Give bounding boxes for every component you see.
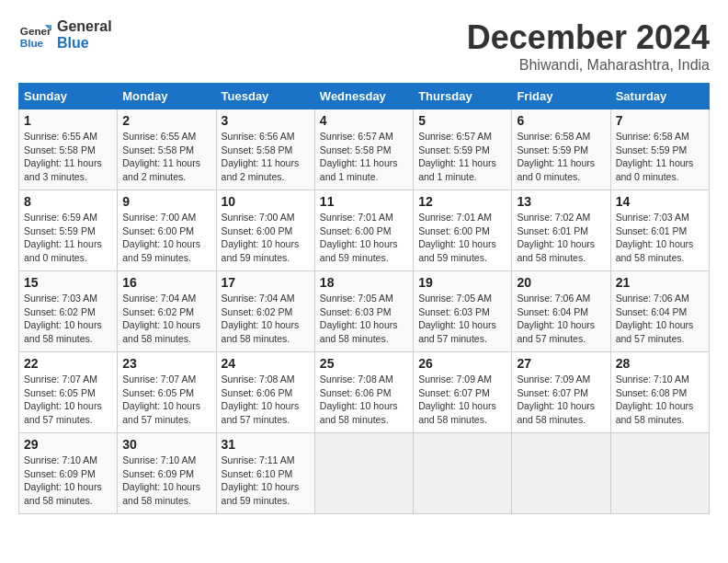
day-number: 1 (24, 113, 112, 128)
calendar-cell: 11Sunrise: 7:01 AMSunset: 6:00 PMDayligh… (314, 190, 413, 271)
calendar-week-5: 29Sunrise: 7:10 AMSunset: 6:09 PMDayligh… (19, 433, 710, 514)
day-info: Sunrise: 7:06 AMSunset: 6:04 PMDaylight:… (616, 292, 704, 346)
calendar-cell (512, 433, 610, 514)
day-info: Sunrise: 7:04 AMSunset: 6:02 PMDaylight:… (122, 292, 210, 346)
day-number: 14 (616, 194, 704, 209)
calendar-cell (314, 433, 413, 514)
calendar-cell: 31Sunrise: 7:11 AMSunset: 6:10 PMDayligh… (216, 433, 314, 514)
day-info: Sunrise: 7:10 AMSunset: 6:08 PMDaylight:… (616, 373, 704, 427)
day-number: 17 (222, 275, 310, 290)
weekday-header-row: SundayMondayTuesdayWednesdayThursdayFrid… (19, 84, 710, 109)
calendar-cell: 14Sunrise: 7:03 AMSunset: 6:01 PMDayligh… (610, 190, 709, 271)
day-info: Sunrise: 7:06 AMSunset: 6:04 PMDaylight:… (517, 292, 605, 346)
calendar-cell (414, 433, 512, 514)
weekday-header-thursday: Thursday (414, 84, 512, 109)
calendar-cell: 4Sunrise: 6:57 AMSunset: 5:58 PMDaylight… (314, 109, 413, 190)
calendar-cell: 15Sunrise: 7:03 AMSunset: 6:02 PMDayligh… (19, 271, 118, 352)
day-number: 6 (517, 113, 605, 128)
location: Bhiwandi, Maharashtra, India (467, 57, 710, 74)
day-info: Sunrise: 6:56 AMSunset: 5:58 PMDaylight:… (222, 130, 310, 184)
calendar-cell: 29Sunrise: 7:10 AMSunset: 6:09 PMDayligh… (19, 433, 118, 514)
weekday-header-saturday: Saturday (610, 84, 709, 109)
calendar-cell: 23Sunrise: 7:07 AMSunset: 6:05 PMDayligh… (118, 352, 216, 433)
day-number: 12 (418, 194, 506, 209)
day-number: 11 (320, 194, 408, 209)
day-info: Sunrise: 7:03 AMSunset: 6:02 PMDaylight:… (24, 292, 112, 346)
day-info: Sunrise: 7:10 AMSunset: 6:09 PMDaylight:… (24, 454, 112, 508)
day-info: Sunrise: 7:00 AMSunset: 6:00 PMDaylight:… (122, 211, 210, 265)
calendar-cell: 25Sunrise: 7:08 AMSunset: 6:06 PMDayligh… (314, 352, 413, 433)
day-number: 20 (517, 275, 605, 290)
day-number: 26 (418, 356, 506, 371)
calendar-cell: 19Sunrise: 7:05 AMSunset: 6:03 PMDayligh… (414, 271, 512, 352)
weekday-header-wednesday: Wednesday (314, 84, 413, 109)
day-info: Sunrise: 6:57 AMSunset: 5:59 PMDaylight:… (418, 130, 506, 184)
day-info: Sunrise: 7:07 AMSunset: 6:05 PMDaylight:… (122, 373, 210, 427)
day-info: Sunrise: 7:03 AMSunset: 6:01 PMDaylight:… (616, 211, 704, 265)
logo-icon: General Blue (18, 18, 51, 52)
day-number: 10 (222, 194, 310, 209)
day-number: 30 (122, 437, 210, 452)
logo: General Blue General Blue (18, 18, 112, 52)
calendar-cell: 2Sunrise: 6:55 AMSunset: 5:58 PMDaylight… (118, 109, 216, 190)
day-number: 31 (222, 437, 310, 452)
logo-text-general: General (57, 18, 112, 35)
day-info: Sunrise: 7:08 AMSunset: 6:06 PMDaylight:… (222, 373, 310, 427)
day-number: 15 (24, 275, 112, 290)
day-number: 7 (616, 113, 704, 128)
calendar-cell: 3Sunrise: 6:56 AMSunset: 5:58 PMDaylight… (216, 109, 314, 190)
day-info: Sunrise: 6:57 AMSunset: 5:58 PMDaylight:… (320, 130, 408, 184)
calendar-cell: 24Sunrise: 7:08 AMSunset: 6:06 PMDayligh… (216, 352, 314, 433)
day-info: Sunrise: 6:58 AMSunset: 5:59 PMDaylight:… (517, 130, 605, 184)
calendar-cell: 7Sunrise: 6:58 AMSunset: 5:59 PMDaylight… (610, 109, 709, 190)
calendar-cell: 5Sunrise: 6:57 AMSunset: 5:59 PMDaylight… (414, 109, 512, 190)
day-info: Sunrise: 7:01 AMSunset: 6:00 PMDaylight:… (418, 211, 506, 265)
weekday-header-friday: Friday (512, 84, 610, 109)
day-number: 13 (517, 194, 605, 209)
calendar-cell: 30Sunrise: 7:10 AMSunset: 6:09 PMDayligh… (118, 433, 216, 514)
calendar-cell: 9Sunrise: 7:00 AMSunset: 6:00 PMDaylight… (118, 190, 216, 271)
calendar-cell: 1Sunrise: 6:55 AMSunset: 5:58 PMDaylight… (19, 109, 118, 190)
day-number: 27 (517, 356, 605, 371)
title-section: December 2024 Bhiwandi, Maharashtra, Ind… (467, 18, 710, 74)
calendar-cell: 22Sunrise: 7:07 AMSunset: 6:05 PMDayligh… (19, 352, 118, 433)
day-number: 19 (418, 275, 506, 290)
day-info: Sunrise: 7:08 AMSunset: 6:06 PMDaylight:… (320, 373, 408, 427)
day-number: 23 (122, 356, 210, 371)
calendar-cell: 26Sunrise: 7:09 AMSunset: 6:07 PMDayligh… (414, 352, 512, 433)
calendar-cell: 13Sunrise: 7:02 AMSunset: 6:01 PMDayligh… (512, 190, 610, 271)
day-info: Sunrise: 7:07 AMSunset: 6:05 PMDaylight:… (24, 373, 112, 427)
day-number: 29 (24, 437, 112, 452)
day-number: 21 (616, 275, 704, 290)
day-number: 4 (320, 113, 408, 128)
weekday-header-sunday: Sunday (19, 84, 118, 109)
weekday-header-tuesday: Tuesday (216, 84, 314, 109)
calendar-cell: 16Sunrise: 7:04 AMSunset: 6:02 PMDayligh… (118, 271, 216, 352)
calendar-week-1: 1Sunrise: 6:55 AMSunset: 5:58 PMDaylight… (19, 109, 710, 190)
day-number: 24 (222, 356, 310, 371)
day-info: Sunrise: 6:55 AMSunset: 5:58 PMDaylight:… (122, 130, 210, 184)
day-number: 18 (320, 275, 408, 290)
calendar-table: SundayMondayTuesdayWednesdayThursdayFrid… (18, 83, 710, 514)
page-header: General Blue General Blue December 2024 … (18, 18, 710, 74)
logo-text-blue: Blue (57, 35, 112, 52)
day-info: Sunrise: 7:09 AMSunset: 6:07 PMDaylight:… (517, 373, 605, 427)
day-info: Sunrise: 6:58 AMSunset: 5:59 PMDaylight:… (616, 130, 704, 184)
calendar-cell: 18Sunrise: 7:05 AMSunset: 6:03 PMDayligh… (314, 271, 413, 352)
day-info: Sunrise: 6:55 AMSunset: 5:58 PMDaylight:… (24, 130, 112, 184)
weekday-header-monday: Monday (118, 84, 216, 109)
calendar-week-4: 22Sunrise: 7:07 AMSunset: 6:05 PMDayligh… (19, 352, 710, 433)
day-info: Sunrise: 7:04 AMSunset: 6:02 PMDaylight:… (222, 292, 310, 346)
calendar-cell: 8Sunrise: 6:59 AMSunset: 5:59 PMDaylight… (19, 190, 118, 271)
calendar-cell: 21Sunrise: 7:06 AMSunset: 6:04 PMDayligh… (610, 271, 709, 352)
month-title: December 2024 (467, 18, 710, 57)
calendar-cell: 17Sunrise: 7:04 AMSunset: 6:02 PMDayligh… (216, 271, 314, 352)
day-number: 25 (320, 356, 408, 371)
calendar-cell: 6Sunrise: 6:58 AMSunset: 5:59 PMDaylight… (512, 109, 610, 190)
day-info: Sunrise: 7:09 AMSunset: 6:07 PMDaylight:… (418, 373, 506, 427)
day-number: 8 (24, 194, 112, 209)
calendar-week-3: 15Sunrise: 7:03 AMSunset: 6:02 PMDayligh… (19, 271, 710, 352)
day-info: Sunrise: 7:05 AMSunset: 6:03 PMDaylight:… (418, 292, 506, 346)
day-info: Sunrise: 6:59 AMSunset: 5:59 PMDaylight:… (24, 211, 112, 265)
day-number: 28 (616, 356, 704, 371)
